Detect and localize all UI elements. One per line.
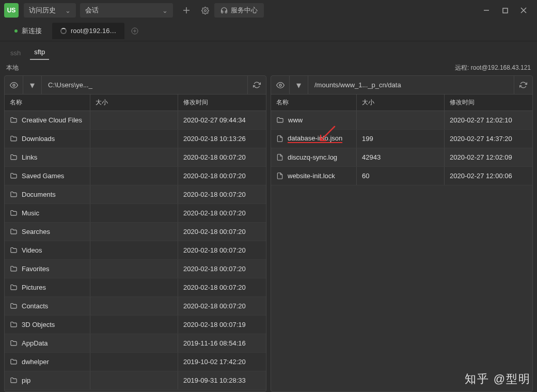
col-mtime[interactable]: 修改时间	[178, 95, 266, 111]
file-name: Pictures	[22, 284, 46, 291]
table-row[interactable]: Creative Cloud Files2020-02-27 09:44:34	[5, 111, 266, 130]
col-size[interactable]: 大小	[90, 95, 178, 111]
table-row[interactable]: www2020-02-27 12:02:10	[271, 111, 532, 130]
file-size	[90, 167, 178, 185]
file-size	[90, 130, 178, 148]
svg-point-4	[279, 84, 281, 86]
file-mtime: 2019-11-16 08:54:16	[178, 334, 266, 352]
visibility-toggle-button[interactable]	[271, 76, 290, 95]
col-size[interactable]: 大小	[357, 95, 445, 111]
file-mtime: 2020-02-18 00:07:20	[178, 148, 266, 166]
table-row[interactable]: Links2020-02-18 00:07:20	[5, 148, 266, 167]
folder-icon	[10, 246, 18, 254]
refresh-button[interactable]	[514, 76, 532, 95]
file-mtime: 2020-02-18 00:07:20	[178, 223, 266, 241]
file-mtime: 2020-02-18 00:07:19	[178, 316, 266, 334]
file-icon	[276, 172, 283, 180]
table-row[interactable]: Music2020-02-18 00:07:20	[5, 204, 266, 223]
service-center-label: 服务中心	[231, 6, 258, 15]
tab-new-connection[interactable]: 新连接	[6, 23, 50, 39]
file-icon	[276, 135, 283, 143]
file-icon	[276, 153, 283, 161]
file-size	[90, 223, 178, 241]
add-session-button[interactable]	[179, 3, 194, 18]
session-label: 会话	[85, 6, 99, 15]
local-file-list: Creative Cloud Files2020-02-27 09:44:34D…	[5, 111, 266, 391]
svg-point-3	[13, 84, 15, 86]
file-mtime: 2020-02-18 00:07:20	[178, 167, 266, 185]
file-size: 60	[357, 167, 445, 185]
col-name[interactable]: 名称	[5, 95, 90, 111]
connection-tabs: 新连接 root@192.16…	[0, 21, 537, 41]
loading-spinner-icon	[60, 28, 67, 34]
file-mtime: 2020-02-18 00:07:20	[178, 278, 266, 296]
status-dot-icon	[14, 29, 18, 33]
close-button[interactable]	[514, 0, 533, 21]
file-name: Creative Cloud Files	[22, 116, 82, 124]
table-row[interactable]: website-init.lock602020-02-27 12:00:06	[271, 167, 532, 185]
table-row[interactable]: Downloads2020-02-18 10:13:26	[5, 130, 266, 148]
nav-up-button[interactable]: ▾	[290, 76, 308, 95]
col-name[interactable]: 名称	[271, 95, 357, 111]
file-name: AppData	[22, 339, 48, 347]
table-row[interactable]: Pictures2020-02-18 00:07:20	[5, 278, 266, 297]
file-size	[90, 111, 178, 129]
table-row[interactable]: Searches2020-02-18 00:07:20	[5, 223, 266, 241]
file-size	[90, 278, 178, 296]
file-name: Documents	[22, 191, 56, 198]
file-name: Favorites	[22, 265, 49, 273]
folder-icon	[276, 116, 284, 124]
local-pathbar: ▾ C:\Users\ye..._	[5, 76, 266, 95]
table-row[interactable]: Saved Games2020-02-18 00:07:20	[5, 167, 266, 185]
watermark-text: 知乎 @型明	[465, 371, 531, 387]
table-row[interactable]: pip2019-09-31 10:28:33	[5, 371, 266, 390]
minimize-button[interactable]	[477, 0, 496, 21]
file-size	[90, 185, 178, 203]
file-mtime: 2020-02-18 00:07:20	[178, 185, 266, 203]
nav-up-button[interactable]: ▾	[23, 76, 42, 95]
remote-label: 远程: root@192.168.43.121	[455, 64, 531, 72]
panel-labels: 本地 远程: root@192.168.43.121	[0, 60, 537, 75]
table-row[interactable]: 3D Objects2020-02-18 00:07:19	[5, 316, 266, 334]
folder-icon	[10, 228, 18, 236]
file-name: Videos	[22, 246, 42, 254]
tab-active-connection[interactable]: root@192.16…	[52, 23, 124, 39]
settings-button[interactable]	[198, 3, 212, 18]
table-row[interactable]: Contacts2020-02-18 00:07:20	[5, 297, 266, 316]
table-row[interactable]: Documents2020-02-18 00:07:20	[5, 185, 266, 204]
svg-rect-1	[503, 8, 508, 13]
file-name: Downloads	[22, 135, 55, 143]
file-mtime: 2020-02-27 12:02:09	[445, 148, 532, 166]
table-row[interactable]: database-info.json1992020-02-27 14:37:20	[271, 130, 532, 148]
folder-icon	[10, 321, 18, 328]
service-center-button[interactable]: 服务中心	[214, 3, 264, 18]
maximize-button[interactable]	[496, 0, 514, 21]
table-row[interactable]: Videos2020-02-18 00:07:20	[5, 241, 266, 260]
tab-ssh[interactable]: ssh	[6, 46, 25, 60]
table-row[interactable]: discuzq-sync.log429432020-02-27 12:02:09	[271, 148, 532, 167]
folder-icon	[10, 209, 18, 217]
file-size	[90, 297, 178, 315]
remote-table-header: 名称 大小 修改时间	[271, 95, 532, 111]
visibility-toggle-button[interactable]	[5, 76, 23, 95]
folder-icon	[10, 358, 18, 366]
table-row[interactable]: Favorites2020-02-18 00:07:20	[5, 260, 266, 278]
history-dropdown[interactable]: 访问历史 ⌄	[24, 3, 76, 18]
file-mtime: 2019-09-31 10:28:33	[178, 371, 266, 389]
table-row[interactable]: dwhelper2019-10-02 17:42:20	[5, 353, 266, 371]
file-size	[90, 260, 178, 278]
file-name: dwhelper	[22, 358, 49, 366]
remote-path-input[interactable]: /mounts/www_1..._p_cn/data	[308, 76, 514, 94]
tab-sftp[interactable]: sftp	[30, 45, 49, 60]
refresh-button[interactable]	[247, 76, 266, 95]
folder-icon	[10, 265, 18, 273]
col-mtime[interactable]: 修改时间	[445, 95, 532, 111]
local-pane: ▾ C:\Users\ye..._ 名称 大小 修改时间 Creative Cl…	[4, 75, 266, 392]
add-tab-button[interactable]	[129, 25, 141, 37]
file-size	[90, 241, 178, 259]
session-dropdown[interactable]: 会话 ⌄	[80, 3, 173, 18]
local-path-input[interactable]: C:\Users\ye..._	[42, 76, 247, 94]
file-mtime: 2020-02-18 10:13:26	[178, 130, 266, 148]
table-row[interactable]: AppData2019-11-16 08:54:16	[5, 334, 266, 353]
chevron-down-icon: ⌄	[162, 7, 168, 14]
